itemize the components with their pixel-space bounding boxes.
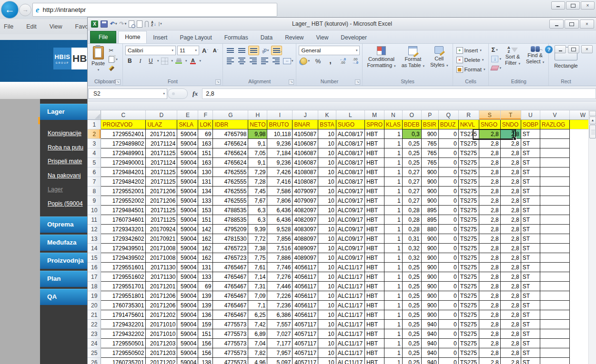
column-header-T[interactable]: T (500, 110, 521, 120)
cell-G19[interactable]: 4765467 (213, 291, 248, 301)
cell-M17[interactable]: HBT (365, 272, 384, 282)
cell-G7[interactable]: 4762555 (213, 177, 248, 187)
cell-U13[interactable]: ST (521, 234, 540, 244)
cell-J15[interactable]: 4089097 (293, 253, 318, 263)
cell-N16[interactable]: 1 (384, 263, 403, 272)
cell-L13[interactable]: ALC09/17 (336, 234, 364, 244)
cell-L17[interactable]: ALC11/17 (336, 272, 364, 282)
cell-P25[interactable]: 940 (421, 348, 438, 358)
column-header-R[interactable]: R (458, 110, 479, 120)
cell-I14[interactable]: 7,516 (267, 244, 293, 253)
cell-J22[interactable]: 4057117 (293, 320, 318, 329)
cell-P6[interactable]: 900 (421, 167, 438, 177)
cell-E22[interactable]: 59004 (177, 320, 198, 329)
sidebar-section-qa[interactable]: QA (40, 289, 88, 305)
clear-button[interactable]: ▾ (491, 64, 501, 72)
cell-J12[interactable]: 4083097 (293, 225, 318, 234)
cell-N26[interactable]: 1 (384, 358, 403, 364)
row-header-2[interactable]: 2 (88, 129, 101, 139)
cell-F13[interactable]: 162 (198, 234, 213, 244)
cell-C23[interactable]: 1729432202 (101, 329, 146, 339)
cell-O11[interactable]: 0,28 (402, 215, 421, 225)
cell-N23[interactable]: 1 (384, 329, 403, 339)
cell-E4[interactable]: 59004 (177, 148, 198, 158)
cell-C8[interactable]: 1729552001 (101, 187, 146, 196)
cell-D15[interactable]: 20171008 (146, 253, 177, 263)
cell-F6[interactable]: 130 (198, 167, 213, 177)
cell-O8[interactable]: 0,27 (402, 187, 421, 196)
cell-U2[interactable]: ST (521, 129, 540, 139)
cell-O7[interactable]: 0,27 (402, 177, 421, 187)
cell-I19[interactable]: 7,226 (267, 291, 293, 301)
sidebar-section-lager[interactable]: Lager (40, 104, 88, 120)
cell-H4[interactable]: 7,05 (248, 148, 267, 158)
cell-O21[interactable]: 0,25 (402, 310, 421, 320)
cell-D10[interactable]: 20171125 (146, 206, 177, 215)
cell-C14[interactable]: 1729439501 (101, 244, 146, 253)
cell-D26[interactable]: 20171202 (146, 358, 177, 364)
cell-V15[interactable] (540, 253, 569, 263)
align-middle-button[interactable] (237, 46, 247, 55)
italic-button[interactable]: I (136, 57, 145, 65)
cell-J1[interactable]: BNAR (293, 120, 318, 129)
cell-H18[interactable]: 7,31 (248, 282, 267, 291)
browser-back-button[interactable]: ← (1, 1, 19, 19)
cell-J2[interactable]: 4105087 (293, 129, 318, 139)
cell-R1[interactable]: NKVL (458, 120, 479, 129)
cut-button[interactable]: ✂ (107, 46, 119, 54)
cell-J13[interactable]: 4088097 (293, 234, 318, 244)
cell-L2[interactable]: ALC08/17 (336, 129, 364, 139)
cell-K16[interactable]: 10 (318, 263, 336, 272)
cell-V5[interactable] (540, 158, 569, 167)
cell-M1[interactable]: SPRO (365, 120, 384, 129)
dialog-launcher-icon[interactable]: ↘ (115, 79, 121, 85)
cell-I5[interactable]: 9,236 (267, 158, 293, 167)
cell-U25[interactable]: ST (521, 348, 540, 358)
cell-V4[interactable] (540, 148, 569, 158)
cell-J23[interactable]: 4057117 (293, 329, 318, 339)
cell-F23[interactable]: 151 (198, 329, 213, 339)
cell-V9[interactable] (540, 196, 569, 206)
cell-J16[interactable]: 4056117 (293, 263, 318, 272)
cell-O10[interactable]: 0,28 (402, 206, 421, 215)
cell-G23[interactable]: 4775573 (213, 329, 248, 339)
cell-G6[interactable]: 4762555 (213, 167, 248, 177)
cell-J10[interactable]: 4082097 (293, 206, 318, 215)
column-header-P[interactable]: P (421, 110, 438, 120)
cell-L16[interactable]: ALC11/17 (336, 263, 364, 272)
cell-Q12[interactable]: 0 (438, 225, 458, 234)
cell-G4[interactable]: 4765624 (213, 148, 248, 158)
cell-S11[interactable]: 2,8 (479, 215, 500, 225)
cell-J4[interactable]: 4106087 (293, 148, 318, 158)
cell-U3[interactable]: ST (521, 139, 540, 148)
cell-J11[interactable]: 4082097 (293, 215, 318, 225)
cell-P11[interactable]: 895 (421, 215, 438, 225)
cell-J24[interactable]: 4057117 (293, 339, 318, 348)
cell-E23[interactable]: 59004 (177, 329, 198, 339)
cell-Q15[interactable]: 0 (438, 253, 458, 263)
cell-Q11[interactable]: 0 (438, 215, 458, 225)
cell-O2[interactable]: 0,3 (402, 129, 421, 139)
cell-E3[interactable]: 59004 (177, 139, 198, 148)
cell-K1[interactable]: BSTA (318, 120, 336, 129)
cell-L10[interactable]: ALC09/17 (336, 206, 364, 215)
cell-H19[interactable]: 7,09 (248, 291, 267, 301)
column-header-G[interactable]: G (213, 110, 248, 120)
conditional-formatting-button[interactable]: Conditional Formatting ▾ (364, 45, 398, 70)
cell-M21[interactable]: HBT (365, 310, 384, 320)
cell-M12[interactable]: HBT (365, 225, 384, 234)
cell-D20[interactable]: 20171206 (146, 301, 177, 310)
cell-U5[interactable]: ST (521, 158, 540, 167)
cell-I11[interactable]: 6,436 (267, 215, 293, 225)
cell-V14[interactable] (540, 244, 569, 253)
sidebar-link-popis-59004[interactable]: Popis (59004 (48, 197, 88, 211)
name-box[interactable]: S2 ▾ (88, 89, 167, 99)
cell-G3[interactable]: 4765624 (213, 139, 248, 148)
cell-U4[interactable]: ST (521, 148, 540, 158)
cell-D2[interactable]: 20171201 (146, 129, 177, 139)
cell-J19[interactable]: 4056117 (293, 291, 318, 301)
cell-O22[interactable]: 0,25 (402, 320, 421, 329)
cell-O16[interactable]: 0,25 (402, 263, 421, 272)
cell-H24[interactable]: 7,04 (248, 339, 267, 348)
cell-U24[interactable]: ST (521, 339, 540, 348)
